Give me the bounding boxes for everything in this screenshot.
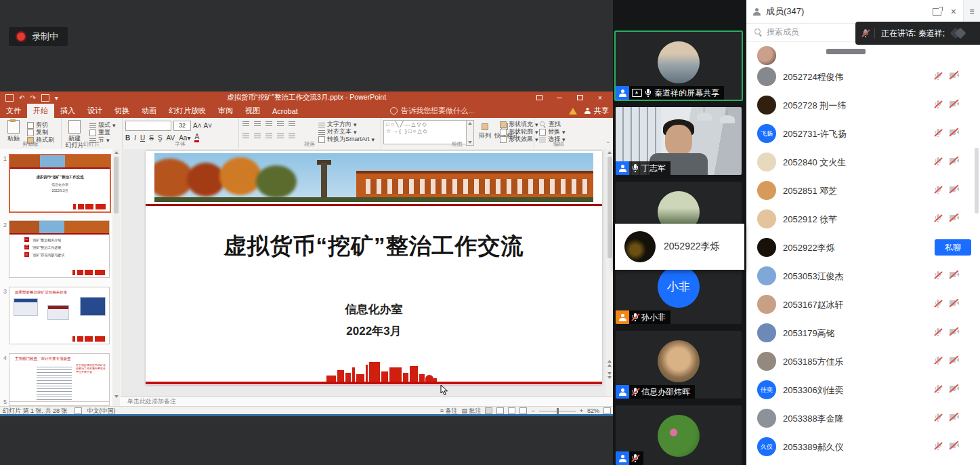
close-icon[interactable]: × [951,6,956,17]
video-tile[interactable] [616,405,742,465]
shrink-font-button[interactable]: A˅ [204,122,213,129]
font-name-input[interactable] [125,121,171,131]
slide-sorter-view-icon[interactable] [496,407,504,414]
ribbon-tab[interactable]: Acrobat [266,104,304,118]
font-group-label: 字体 [122,140,238,148]
zoom-slider[interactable] [539,411,576,411]
member-row[interactable]: 2052922李烁 私聊 [746,233,980,262]
next-slide-icon[interactable] [608,376,612,379]
slide-thumbnail-3[interactable]: 国家部委整治挖矿活动相关政策 [9,287,110,344]
slide-canvas[interactable]: 虚拟货币“挖矿”整治工作交流 信息化办室 2022年3月 [146,151,602,385]
warning-icon[interactable] [569,108,577,115]
collapse-ribbon-icon[interactable]: ⌃ [605,141,610,147]
align-right-icon[interactable] [265,133,272,138]
muted-camera-icon [950,157,960,165]
ribbon-tab[interactable]: 设计 [81,104,108,118]
ribbon-tab[interactable]: 审阅 [212,104,239,118]
member-row[interactable]: 2053167赵冰轩 私聊 [746,290,980,319]
menu-icon[interactable]: ≡ [963,0,980,23]
align-center-icon[interactable] [254,133,261,138]
member-row[interactable]: 久仪 2053389郝久仪 私聊 [746,432,980,461]
ribbon-tab[interactable]: 文件 [0,104,27,118]
slide-thumbnail-5[interactable] [9,401,110,406]
scrollbar-thumb[interactable] [608,157,612,258]
ribbon-tab[interactable]: 视图 [239,104,266,118]
reading-view-icon[interactable] [508,407,515,414]
member-row[interactable]: 2053185方佳乐 私聊 [746,347,980,376]
member-row[interactable]: 2052728 荆一纬 私聊 [746,91,980,119]
justify-icon[interactable] [277,133,284,138]
member-name: 2052840 文火生 [783,157,846,169]
speaking-indicator-tooltip: 正在讲话: 秦道祥; [855,22,980,45]
thumb4-table [37,365,72,400]
normal-view-icon[interactable] [485,407,492,414]
scrollbar-thumb[interactable] [114,157,119,214]
slide-thumbnail-2[interactable]: 一“挖矿”整治相关介绍 二“挖矿”整治工作进展 三“挖矿”存在问题与建议 [9,220,110,278]
minimize-button[interactable] [549,92,570,104]
slide-thumbnail-1[interactable]: 虚拟货币“挖矿”整治工作交流 信息化办室 2022年3月 [9,154,111,213]
members-header-icons: × ≡ [933,0,980,23]
popout-icon[interactable] [933,8,941,16]
members-scrollbar-thumb[interactable] [975,148,979,214]
slide-scrollbar[interactable] [606,149,613,397]
notes-pane[interactable]: 单击此处添加备注 [121,397,613,406]
mic-on-icon [632,164,639,173]
muted-camera-icon [950,214,960,222]
ppt-share-button[interactable]: 共享 [584,106,609,116]
grow-font-button[interactable]: A˄ [193,122,202,129]
muted-mic-icon [935,442,941,451]
member-row[interactable]: 佳奕 2053306刘佳奕 私聊 [746,376,980,404]
close-button[interactable]: × [590,92,610,104]
thumbnails-scrollbar[interactable] [112,149,120,406]
recording-dot-icon [16,31,26,42]
thumb1-banner [10,155,110,167]
columns-icon[interactable] [289,133,295,138]
member-name: 2053306刘佳奕 [783,384,844,397]
slideshow-view-icon[interactable] [519,407,527,414]
member-row-partial[interactable] [746,42,980,62]
font-size-input[interactable]: 32 [173,121,191,131]
ribbon-tab[interactable]: 切换 [108,104,135,118]
video-tile-active-speaker[interactable]: 秦道祥的屏幕共享 [614,31,743,101]
zoom-in-button[interactable]: + [580,407,583,414]
restore-button[interactable] [570,92,590,104]
scroll-up-icon[interactable] [114,151,119,154]
next-slide-icon[interactable] [608,372,612,375]
tell-me-box[interactable]: 告诉我您想要做什么... [390,104,474,118]
member-row[interactable]: 2053388李金隆 私聊 [746,404,980,432]
member-row[interactable]: 2052912 徐芊 私聊 [746,205,980,233]
paste-button[interactable]: 粘贴 [1,119,26,142]
increase-indent-icon[interactable] [277,121,284,126]
member-row[interactable]: 2053179高铭 私聊 [746,319,980,347]
previous-slide-icon[interactable] [608,360,612,363]
align-left-icon[interactable] [242,133,249,138]
scroll-up-icon[interactable] [608,151,612,154]
member-avatar [757,238,776,257]
member-row[interactable]: 2053053江俊杰 私聊 [746,262,980,290]
notes-placeholder: 单击此处添加备注 [127,397,176,406]
scroll-down-icon[interactable] [114,395,119,398]
spellcheck-icon[interactable] [74,407,82,414]
fit-to-window-icon[interactable] [603,407,611,414]
zoom-level[interactable]: 82% [587,407,599,414]
member-row[interactable]: 2052724程俊伟 私聊 [746,62,980,91]
member-row[interactable]: 2052851 邓芝 私聊 [746,176,980,205]
member-row[interactable]: 飞扬 2052731-许飞扬 私聊 [746,119,980,148]
video-tile[interactable]: 信息办邵炜晖 [616,331,742,399]
ribbon-tab[interactable]: 插入 [54,104,81,118]
ribbon-options-button[interactable] [529,92,549,104]
ribbon-tab[interactable]: 开始 [27,104,54,118]
private-chat-button[interactable]: 私聊 [935,239,971,256]
member-row[interactable]: 2052840 文火生 私聊 [746,148,980,176]
arrange-button[interactable]: 排列 [477,123,493,140]
previous-slide-icon[interactable] [608,364,612,367]
video-tile[interactable]: 丁志军 [616,107,742,175]
decrease-indent-icon[interactable] [265,121,272,126]
line-spacing-icon[interactable] [289,121,295,126]
ribbon-tab[interactable]: 幻灯片放映 [163,104,212,118]
bullets-icon[interactable] [242,121,249,126]
zoom-out-button[interactable]: − [531,407,534,414]
ppt-titlebar[interactable]: ↶ ↷ ▾ 虚拟货币“挖矿”整治工作交流3月.pptx - PowerPoint… [0,92,613,104]
ribbon-tab[interactable]: 动画 [135,104,163,118]
numbering-icon[interactable] [254,121,261,126]
